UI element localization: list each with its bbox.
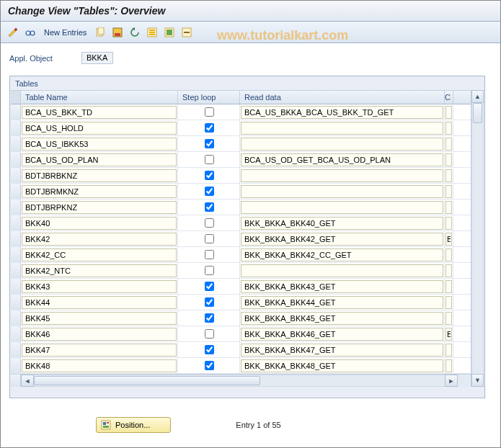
row-selector[interactable] (11, 152, 21, 167)
table-name-input[interactable] (22, 328, 177, 341)
copy-icon[interactable] (94, 26, 107, 39)
read-data-input[interactable] (241, 106, 443, 119)
scroll-up-icon[interactable]: ▲ (471, 90, 484, 103)
read-data-input[interactable] (241, 122, 443, 135)
step-loop-checkbox[interactable] (205, 345, 214, 354)
save-row-icon[interactable] (111, 26, 124, 39)
col-header-c[interactable]: C (445, 91, 453, 104)
row-selector[interactable] (11, 168, 21, 183)
step-loop-checkbox[interactable] (205, 107, 214, 117)
row-selector[interactable] (11, 310, 21, 326)
row-selector[interactable] (11, 215, 21, 230)
c-input[interactable] (445, 312, 452, 325)
read-data-input[interactable] (241, 169, 443, 182)
c-input[interactable] (445, 201, 452, 214)
horizontal-scrollbar[interactable]: ◄ ► (11, 374, 471, 387)
read-data-input[interactable] (241, 344, 443, 357)
c-input[interactable] (445, 106, 452, 119)
c-input[interactable] (445, 233, 452, 246)
select-all-icon[interactable] (146, 26, 159, 39)
table-name-input[interactable] (22, 106, 177, 119)
step-loop-checkbox[interactable] (205, 202, 214, 212)
row-selector[interactable] (11, 263, 21, 278)
step-loop-checkbox[interactable] (205, 297, 214, 307)
table-name-input[interactable] (22, 233, 177, 246)
table-name-input[interactable] (22, 153, 177, 166)
read-data-input[interactable] (241, 264, 443, 277)
row-selector[interactable] (11, 326, 21, 341)
read-data-input[interactable] (241, 280, 443, 293)
c-input[interactable] (445, 359, 452, 372)
read-data-input[interactable] (241, 248, 443, 261)
read-data-input[interactable] (241, 201, 443, 214)
step-loop-checkbox[interactable] (205, 234, 214, 243)
step-loop-checkbox[interactable] (205, 250, 214, 259)
c-input[interactable] (445, 185, 452, 198)
row-selector[interactable] (11, 120, 21, 135)
row-selector[interactable] (11, 184, 21, 199)
h-scroll-thumb[interactable] (34, 376, 260, 385)
table-name-input[interactable] (22, 201, 177, 214)
step-loop-checkbox[interactable] (205, 155, 214, 164)
c-input[interactable] (445, 153, 452, 166)
read-data-input[interactable] (241, 217, 443, 230)
col-header-step[interactable]: Step loop (178, 91, 240, 104)
c-input[interactable] (445, 122, 452, 135)
read-data-input[interactable] (241, 312, 443, 325)
c-input[interactable] (445, 264, 452, 277)
c-input[interactable] (445, 217, 452, 230)
position-button[interactable]: Position... (96, 417, 171, 433)
step-loop-checkbox[interactable] (205, 218, 214, 228)
read-data-input[interactable] (241, 296, 443, 309)
toggle-display-icon[interactable] (6, 26, 19, 39)
table-name-input[interactable] (22, 138, 177, 151)
table-name-input[interactable] (22, 359, 177, 372)
table-name-input[interactable] (22, 344, 177, 357)
select-block-icon[interactable] (163, 26, 176, 39)
step-loop-checkbox[interactable] (205, 171, 214, 180)
read-data-input[interactable] (241, 328, 443, 341)
step-loop-checkbox[interactable] (205, 329, 214, 339)
table-name-input[interactable] (22, 312, 177, 325)
scroll-down-icon[interactable]: ▼ (471, 374, 484, 387)
c-input[interactable] (445, 296, 452, 309)
v-scroll-thumb[interactable] (473, 103, 482, 123)
table-name-input[interactable] (22, 217, 177, 230)
step-loop-checkbox[interactable] (205, 139, 214, 148)
step-loop-checkbox[interactable] (205, 123, 214, 133)
c-input[interactable] (445, 138, 452, 151)
read-data-input[interactable] (241, 359, 443, 372)
table-name-input[interactable] (22, 280, 177, 293)
col-header-read[interactable]: Read data (240, 91, 445, 104)
read-data-input[interactable] (241, 233, 443, 246)
read-data-input[interactable] (241, 185, 443, 198)
deselect-all-icon[interactable] (180, 26, 193, 39)
glasses-icon[interactable] (24, 26, 37, 39)
col-header-name[interactable]: Table Name (21, 91, 178, 104)
row-selector[interactable] (11, 295, 21, 310)
row-selector[interactable] (11, 247, 21, 262)
row-selector[interactable] (11, 279, 21, 294)
step-loop-checkbox[interactable] (205, 282, 214, 291)
read-data-input[interactable] (241, 138, 443, 151)
row-selector[interactable] (11, 104, 21, 120)
c-input[interactable] (445, 344, 452, 357)
table-name-input[interactable] (22, 169, 177, 182)
table-name-input[interactable] (22, 296, 177, 309)
step-loop-checkbox[interactable] (205, 361, 214, 370)
table-name-input[interactable] (22, 264, 177, 277)
c-input[interactable] (445, 248, 452, 261)
c-input[interactable] (445, 280, 452, 293)
vertical-scrollbar[interactable]: ▲ ▼ (471, 90, 484, 387)
c-input[interactable] (445, 169, 452, 182)
row-selector[interactable] (11, 342, 21, 357)
undo-icon[interactable] (128, 26, 141, 39)
read-data-input[interactable] (241, 153, 443, 166)
c-input[interactable] (445, 328, 452, 341)
table-name-input[interactable] (22, 122, 177, 135)
step-loop-checkbox[interactable] (205, 313, 214, 323)
scroll-right-icon[interactable]: ► (445, 375, 458, 387)
row-selector[interactable] (11, 358, 21, 373)
table-name-input[interactable] (22, 185, 177, 198)
row-selector[interactable] (11, 136, 21, 151)
